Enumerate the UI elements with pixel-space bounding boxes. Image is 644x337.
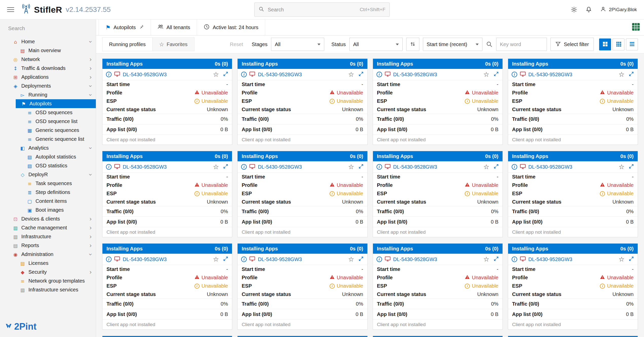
chevron-icon[interactable]: › <box>89 269 92 275</box>
sidebar-item-licenses[interactable]: ▨ Licenses <box>0 259 96 268</box>
device-link[interactable]: DL-5430-9528GW3 <box>123 72 167 77</box>
sidebar-item-administration[interactable]: ◉ Administration › <box>0 250 96 259</box>
sidebar-item-osd-sequences[interactable]: ≡ OSD sequences <box>0 108 96 117</box>
expand-icon[interactable] <box>358 164 364 170</box>
sort-direction-button[interactable] <box>406 38 419 51</box>
info-icon[interactable]: i <box>512 72 517 77</box>
device-link[interactable]: DL-5430-9528GW3 <box>258 72 302 77</box>
chevron-icon[interactable]: › <box>87 253 94 256</box>
device-link[interactable]: DL-5430-9528GW3 <box>258 256 302 262</box>
sidebar-item-task-sequences[interactable]: ≡ Task sequences <box>0 179 96 188</box>
info-icon[interactable]: i <box>512 256 517 262</box>
favorite-star-icon[interactable]: ☆ <box>213 163 219 171</box>
device-link[interactable]: DL-5430-9528GW3 <box>393 164 437 170</box>
chevron-icon[interactable]: › <box>89 74 92 80</box>
device-link[interactable]: DL-5430-9528GW3 <box>123 164 167 170</box>
global-search[interactable]: Ctrl+Shift+F <box>254 3 390 17</box>
sidebar-item-security[interactable]: ◆ Security › <box>0 268 96 276</box>
sidebar-search-input[interactable] <box>8 25 88 32</box>
view-list-button[interactable] <box>626 38 638 50</box>
info-icon[interactable]: i <box>241 164 247 170</box>
expand-icon[interactable] <box>629 256 634 263</box>
expand-icon[interactable] <box>223 164 228 170</box>
sidebar-item-running[interactable]: ▻ Running › <box>0 90 96 99</box>
pin-icon[interactable] <box>139 24 144 31</box>
favorite-star-icon[interactable]: ☆ <box>619 163 624 171</box>
info-icon[interactable]: i <box>106 164 112 170</box>
chevron-icon[interactable]: › <box>89 243 92 249</box>
sidebar-item-main-overview[interactable]: ▤ Main overview <box>0 46 96 55</box>
device-link[interactable]: DL-5430-9528GW3 <box>123 256 167 262</box>
sidebar-item-osd-sequence-list[interactable]: ≡ OSD sequence list <box>0 117 96 126</box>
expand-icon[interactable] <box>223 71 228 78</box>
sidebar-item-boot-images[interactable]: ▣ Boot images <box>0 206 96 214</box>
chevron-icon[interactable]: › <box>87 147 94 149</box>
chevron-icon[interactable]: › <box>87 85 94 87</box>
sidebar-item-infrastructure[interactable]: ▥ Infrastructure › <box>0 232 96 241</box>
expand-icon[interactable] <box>493 256 499 263</box>
sidebar-search[interactable] <box>0 19 96 37</box>
favorite-star-icon[interactable]: ☆ <box>348 71 354 78</box>
favorite-star-icon[interactable]: ☆ <box>619 71 624 78</box>
global-search-input[interactable] <box>267 7 357 13</box>
favorite-star-icon[interactable]: ☆ <box>483 255 489 263</box>
chevron-icon[interactable]: › <box>89 234 92 240</box>
sidebar-item-analytics[interactable]: ◧ Analytics › <box>0 144 96 152</box>
sidebar-item-step-definitions[interactable]: ≣ Step definitions <box>0 188 96 197</box>
favorite-star-icon[interactable]: ☆ <box>213 255 219 263</box>
reset-button[interactable]: Reset <box>228 41 245 48</box>
sidebar-item-devices-clients[interactable]: ⊡ Devices & clients › <box>0 214 96 223</box>
chevron-icon[interactable]: › <box>87 41 94 43</box>
info-icon[interactable]: i <box>241 72 247 77</box>
sidebar-item-network-group-templates[interactable]: ≡ Network group templates <box>0 276 96 285</box>
keyword-search-icon[interactable] <box>486 41 493 48</box>
info-icon[interactable]: i <box>106 72 112 77</box>
chevron-icon[interactable]: › <box>87 94 94 96</box>
sidebar-item-deployr[interactable]: ◇ DeployR › <box>0 170 96 179</box>
chevron-icon[interactable]: › <box>89 65 92 71</box>
tab-running-profiles[interactable]: Running profiles <box>102 37 153 51</box>
view-small-grid-button[interactable] <box>613 38 624 50</box>
info-icon[interactable]: i <box>377 164 382 170</box>
sidebar-item-autopilots[interactable]: ⚑ Autopilots <box>16 99 96 108</box>
view-large-grid-button[interactable] <box>599 38 611 50</box>
sidebar-item-content-items[interactable]: ▢ Content items <box>0 197 96 206</box>
info-icon[interactable]: i <box>377 72 382 77</box>
device-link[interactable]: DL-5430-9528GW3 <box>528 72 572 77</box>
sidebar-item-osd-statistics[interactable]: ▨ OSD statistics <box>0 161 96 170</box>
sidebar-item-generic-sequences[interactable]: ▦ Generic sequences <box>0 126 96 135</box>
expand-icon[interactable] <box>358 256 364 263</box>
sidebar-item-applications[interactable]: ⊞ Applications › <box>0 73 96 82</box>
keyword-input[interactable] <box>496 38 547 51</box>
device-link[interactable]: DL-5430-9528GW3 <box>393 256 437 262</box>
expand-icon[interactable] <box>223 256 228 263</box>
favorite-star-icon[interactable]: ☆ <box>213 71 219 78</box>
favorite-star-icon[interactable]: ☆ <box>348 255 354 263</box>
info-icon[interactable]: i <box>106 256 112 262</box>
sidebar-item-autopilot-statistics[interactable]: ▨ Autopilot statistics <box>0 152 96 161</box>
tab-favorites[interactable]: ☆ Favorites <box>153 37 194 51</box>
favorite-star-icon[interactable]: ☆ <box>483 163 489 171</box>
stages-dropdown[interactable]: All <box>271 38 324 51</box>
info-icon[interactable]: i <box>241 256 247 262</box>
device-link[interactable]: DL-5430-9528GW3 <box>528 164 572 170</box>
info-icon[interactable]: i <box>512 164 517 170</box>
user-menu[interactable]: 2P\Gary.Blok <box>600 6 637 13</box>
sort-dropdown[interactable]: Start time (recent) <box>423 38 482 51</box>
sidebar-item-generic-sequence-list[interactable]: ≡ Generic sequence list <box>0 135 96 144</box>
chevron-icon[interactable]: › <box>89 56 92 63</box>
chevron-icon[interactable]: › <box>89 216 92 222</box>
sidebar-item-reports[interactable]: ▤ Reports › <box>0 241 96 250</box>
tab-active-last[interactable]: Active last: 24 hours <box>197 19 265 35</box>
expand-icon[interactable] <box>358 71 364 78</box>
tab-all-tenants[interactable]: All tenants <box>151 19 197 35</box>
info-icon[interactable]: i <box>377 256 382 262</box>
status-dropdown[interactable]: All <box>349 38 403 51</box>
chevron-icon[interactable]: › <box>87 173 94 176</box>
sidebar-item-home[interactable]: ⌂ Home › <box>0 37 96 46</box>
sidebar-item-traffic-downloads[interactable]: ↕ Traffic & downloads › <box>0 64 96 73</box>
sidebar-item-network[interactable]: ◎ Network › <box>0 55 96 64</box>
expand-icon[interactable] <box>493 71 499 78</box>
tab-autopilots[interactable]: ⚑ Autopilots <box>99 19 151 35</box>
notifications-bell-icon[interactable] <box>585 6 592 13</box>
